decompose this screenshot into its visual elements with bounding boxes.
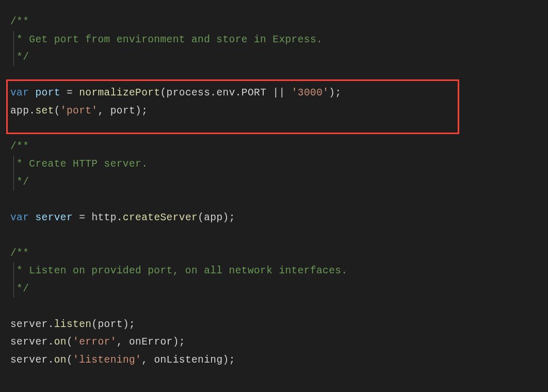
- paren-open: (: [91, 319, 98, 330]
- obj-server: server: [10, 336, 48, 348]
- comment-close: */: [10, 52, 29, 63]
- keyword-var: var: [10, 87, 29, 99]
- string-listening: 'listening': [73, 354, 141, 366]
- var-port: port: [35, 87, 60, 99]
- semicolon: ;: [141, 105, 148, 117]
- code-line: server.on('listening', onListening);: [10, 351, 548, 369]
- comment-block: * Get port from environment and store in…: [13, 31, 548, 67]
- fn-createServer: createServer: [123, 212, 198, 223]
- obj-process: process: [167, 87, 211, 99]
- comment-close: */: [10, 283, 29, 295]
- blank-line: [10, 191, 548, 209]
- comment-text: * Listen on provided port, on all networ…: [10, 265, 348, 276]
- prop-PORT: PORT: [241, 87, 266, 99]
- op-or: ||: [272, 87, 285, 99]
- fn-on: on: [54, 354, 67, 366]
- code-line: server.listen(port);: [10, 316, 548, 334]
- obj-server: server: [10, 354, 48, 366]
- code-line: /**: [10, 13, 548, 31]
- op-assign: =: [67, 87, 73, 99]
- code-line: */: [10, 280, 548, 298]
- paren-close: ): [173, 336, 179, 348]
- code-line: * Get port from environment and store in…: [10, 31, 548, 49]
- semicolon: ;: [229, 212, 235, 223]
- semicolon: ;: [335, 87, 341, 99]
- prop-env: env: [216, 87, 235, 99]
- fn-normalizePort: normalizePort: [79, 87, 160, 99]
- code-line: var port = normalizePort(process.env.POR…: [10, 84, 548, 102]
- var-port: port: [110, 105, 135, 117]
- paren-close: ): [223, 212, 229, 223]
- comment-block: * Create HTTP server. */: [13, 155, 548, 191]
- paren-close: ): [329, 87, 335, 99]
- arg-onError: onError: [129, 336, 173, 348]
- comment-open: /**: [10, 141, 29, 152]
- var-server: server: [35, 212, 73, 223]
- code-line: var server = http.createServer(app);: [10, 209, 548, 227]
- paren-close: ): [223, 354, 229, 366]
- paren-open: (: [54, 105, 60, 117]
- code-line: */: [10, 48, 548, 67]
- arg-onListening: onListening: [154, 354, 222, 366]
- semicolon: ;: [179, 336, 185, 348]
- fn-listen: listen: [54, 319, 92, 330]
- code-line: * Listen on provided port, on all networ…: [10, 262, 548, 280]
- blank-line: [10, 226, 548, 244]
- code-line: */: [10, 173, 548, 191]
- blank-line: [10, 67, 548, 85]
- comment-open: /**: [10, 248, 29, 259]
- comment-open: /**: [10, 16, 29, 27]
- obj-http: http: [91, 212, 116, 223]
- comment-text: * Get port from environment and store in…: [10, 34, 323, 45]
- string-error: 'error': [73, 336, 117, 348]
- obj-server: server: [10, 319, 48, 330]
- paren-open: (: [198, 212, 204, 223]
- code-line: * Create HTTP server.: [10, 155, 548, 173]
- comma: ,: [117, 336, 123, 348]
- comment-block: * Listen on provided port, on all networ…: [13, 262, 548, 298]
- comment-close: */: [10, 176, 29, 188]
- arg-port: port: [98, 319, 122, 330]
- paren-close: ): [135, 105, 141, 117]
- code-line: server.on('error', onError);: [10, 333, 548, 351]
- blank-line: [10, 120, 548, 138]
- blank-line: [10, 298, 548, 316]
- comma: ,: [98, 105, 104, 117]
- paren-open: (: [67, 336, 73, 348]
- code-line: app.set('port', port);: [10, 102, 548, 120]
- code-editor[interactable]: /** * Get port from environment and stor…: [10, 13, 548, 369]
- keyword-var: var: [10, 212, 29, 223]
- semicolon: ;: [129, 319, 135, 330]
- paren-open: (: [67, 354, 73, 366]
- arg-app: app: [204, 212, 222, 223]
- string-port: 'port': [60, 105, 98, 117]
- obj-app: app: [10, 105, 29, 117]
- fn-set: set: [35, 105, 54, 117]
- semicolon: ;: [229, 354, 235, 366]
- fn-on: on: [54, 336, 67, 348]
- code-line: /**: [10, 244, 548, 263]
- comma: ,: [141, 354, 148, 366]
- comment-text: * Create HTTP server.: [10, 158, 148, 170]
- code-line: /**: [10, 138, 548, 156]
- paren-open: (: [160, 87, 167, 99]
- string-3000: '3000': [292, 87, 329, 99]
- op-assign: =: [79, 212, 85, 223]
- paren-close: ): [123, 319, 129, 330]
